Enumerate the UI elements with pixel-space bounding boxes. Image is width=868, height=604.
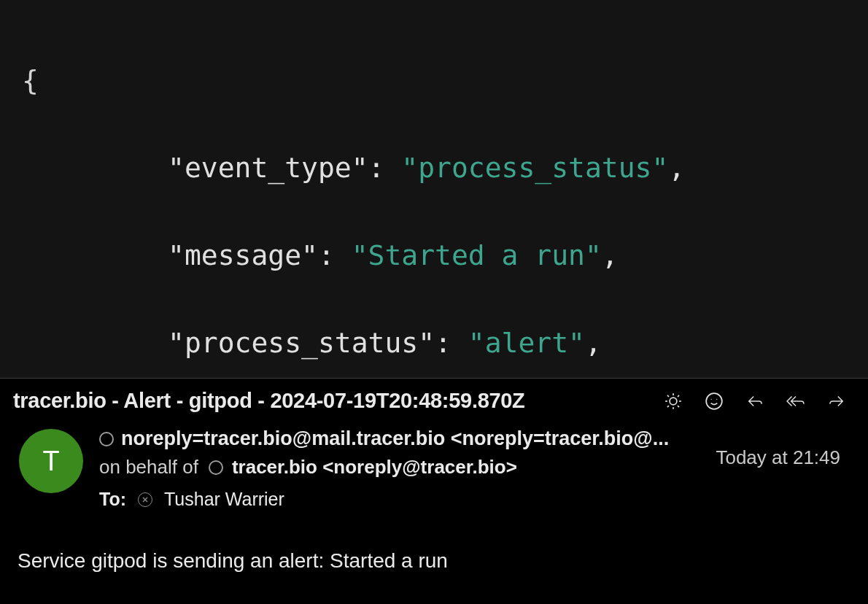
- svg-point-0: [670, 398, 677, 405]
- to-label: To:: [99, 489, 126, 510]
- behalf-line: on behalf of tracer.bio <noreply@tracer.…: [99, 456, 700, 479]
- recipient-name[interactable]: Tushar Warrier: [164, 489, 284, 510]
- forward-icon[interactable]: [827, 392, 846, 411]
- reply-icon[interactable]: [745, 392, 764, 411]
- remove-recipient-icon[interactable]: [138, 492, 152, 507]
- svg-line-6: [678, 406, 679, 407]
- svg-point-10: [711, 398, 712, 399]
- behalf-name: tracer.bio <noreply@tracer.bio>: [209, 456, 517, 479]
- json-key: "process_status": [168, 327, 435, 359]
- email-meta-text: noreply=tracer.bio@mail.tracer.bio <nore…: [99, 426, 700, 510]
- svg-line-8: [678, 395, 679, 396]
- from-address: noreply=tracer.bio@mail.tracer.bio <nore…: [121, 427, 669, 450]
- to-line: To: Tushar Warrier: [99, 489, 700, 510]
- email-preview-pane: tracer.bio - Alert - gitpod - 2024-07-19…: [0, 378, 868, 604]
- avatar[interactable]: T: [19, 429, 83, 493]
- avatar-letter: T: [42, 446, 59, 477]
- code-editor-pane: { "event_type": "process_status", "messa…: [0, 0, 868, 378]
- presence-indicator-icon: [209, 460, 223, 475]
- email-body: Service gitpod is sending an alert: Star…: [0, 510, 868, 573]
- presence-indicator-icon: [99, 432, 114, 446]
- svg-line-7: [667, 406, 669, 407]
- svg-line-5: [667, 395, 669, 396]
- open-brace: {: [22, 64, 39, 96]
- email-subject: tracer.bio - Alert - gitpod - 2024-07-19…: [13, 389, 525, 413]
- sun-icon[interactable]: [664, 392, 683, 411]
- svg-point-11: [716, 398, 717, 399]
- email-actions: [664, 392, 855, 411]
- email-timestamp: Today at 21:49: [716, 426, 855, 469]
- json-value: "alert": [468, 327, 585, 359]
- behalf-label: on behalf of: [99, 456, 198, 479]
- json-value: "process_status": [401, 152, 668, 184]
- reply-all-icon[interactable]: [786, 392, 805, 411]
- svg-point-9: [706, 393, 722, 409]
- email-meta-row: T noreply=tracer.bio@mail.tracer.bio <no…: [0, 419, 868, 510]
- json-value: "Started a run": [352, 239, 602, 271]
- smiley-icon[interactable]: [705, 392, 724, 411]
- json-key: "event_type": [168, 152, 368, 184]
- json-key: "message": [168, 239, 318, 271]
- email-header: tracer.bio - Alert - gitpod - 2024-07-19…: [0, 379, 868, 419]
- from-line: noreply=tracer.bio@mail.tracer.bio <nore…: [99, 427, 700, 450]
